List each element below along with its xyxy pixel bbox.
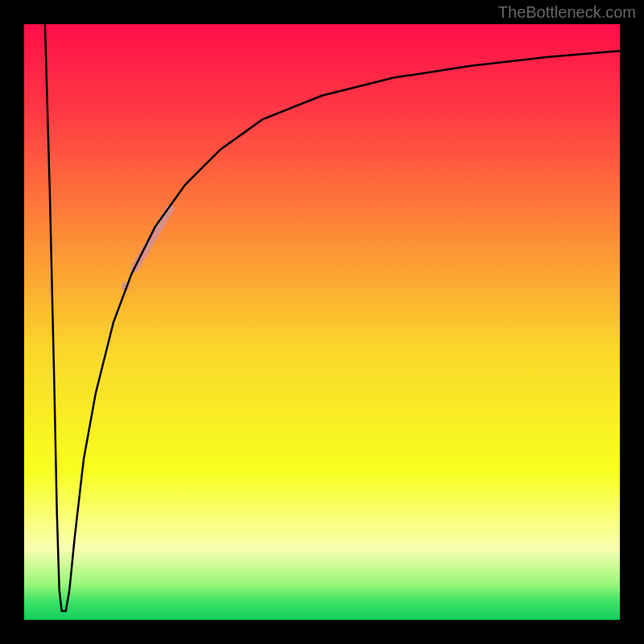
watermark-text: TheBottleneck.com bbox=[498, 3, 636, 22]
chart-container bbox=[0, 0, 644, 644]
chart-svg bbox=[0, 0, 644, 644]
